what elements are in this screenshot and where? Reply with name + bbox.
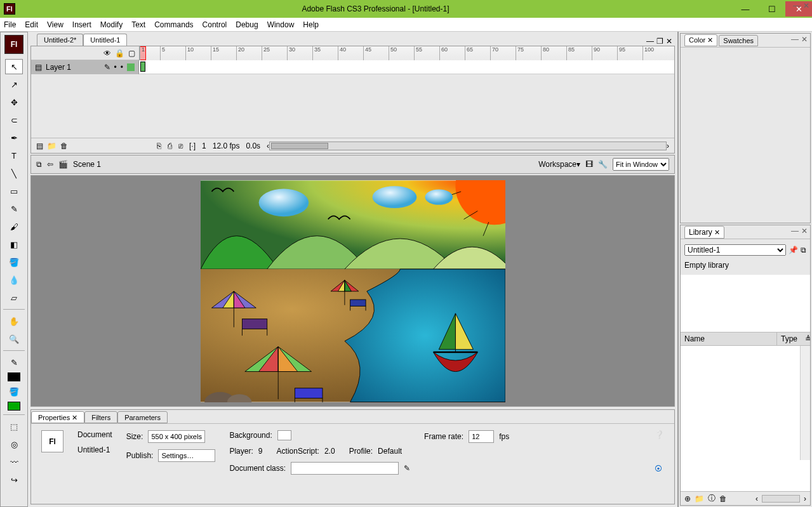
properties-button[interactable]: ⓘ	[708, 493, 715, 504]
paint-bucket-tool[interactable]: 🪣	[5, 254, 23, 270]
hand-tool[interactable]: ✋	[5, 313, 23, 329]
menu-commands[interactable]: Commands	[154, 20, 193, 29]
edit-class-button[interactable]: ✎	[404, 464, 410, 473]
maximize-button[interactable]: ☐	[759, 1, 785, 16]
pin-button[interactable]: 📌	[789, 246, 798, 254]
document-tab[interactable]: Untitled-1	[83, 34, 127, 46]
background-swatch[interactable]	[277, 430, 291, 440]
zoom-tool[interactable]: 🔍	[5, 331, 23, 346]
document-tab[interactable]: Untitled-2*	[37, 34, 83, 46]
doc-restore-button[interactable]: ❐	[656, 37, 663, 46]
new-folder-button[interactable]: 📁	[47, 142, 57, 150]
new-layer-button[interactable]: ▤	[36, 142, 43, 150]
library-col-name[interactable]: Name	[681, 333, 777, 345]
accessibility-button[interactable]: ⦿	[655, 464, 664, 473]
menu-file[interactable]: File	[4, 20, 16, 29]
menu-modify[interactable]: Modify	[100, 20, 123, 29]
edit-scene-button[interactable]: 🎞	[585, 160, 593, 169]
menu-help[interactable]: Help	[303, 20, 319, 29]
free-transform-tool[interactable]: ✥	[5, 95, 23, 110]
panel-close-button[interactable]: ✕	[801, 227, 808, 235]
panel-collapse-button[interactable]: —	[791, 227, 799, 235]
size-button[interactable]	[148, 430, 205, 443]
panel-close-button[interactable]: ✕	[801, 35, 808, 44]
pen-tool[interactable]: ✒	[5, 130, 23, 145]
timeline-scrollbar[interactable]	[269, 142, 667, 150]
panel-tab-swatches[interactable]: Swatches	[719, 35, 758, 46]
lasso-tool[interactable]: ⊂	[5, 112, 23, 128]
delete-layer-button[interactable]: 🗑	[60, 142, 68, 150]
lock-icon[interactable]: 🔒	[115, 49, 124, 58]
frame-strip[interactable]	[139, 60, 674, 74]
menu-debug[interactable]: Debug	[236, 20, 258, 29]
lib-scroll-right[interactable]: ›	[804, 494, 806, 503]
doc-minimize-button[interactable]: —	[646, 37, 654, 46]
new-library-button[interactable]: ⧉	[801, 246, 806, 254]
library-tab[interactable]: Library ✕	[684, 226, 724, 239]
modify-onion-markers-button[interactable]: [·]	[189, 142, 196, 150]
delete-button[interactable]: 🗑	[719, 494, 727, 503]
panel-tab-color[interactable]: Color ✕	[684, 34, 717, 46]
fill-color-tool[interactable]: 🪣	[5, 384, 23, 399]
help-button[interactable]: ❔	[655, 430, 664, 439]
minimize-button[interactable]: —	[732, 1, 759, 16]
line-tool[interactable]: ╲	[5, 166, 23, 181]
menu-window[interactable]: Window	[267, 20, 295, 29]
onion-skin-button[interactable]: ⎘	[157, 142, 161, 150]
menu-text[interactable]: Text	[131, 20, 145, 29]
panel-close-button[interactable]: ✕	[803, 1, 809, 10]
publish-settings-button[interactable]	[158, 449, 215, 462]
fill-swatch[interactable]	[8, 402, 20, 411]
library-col-type[interactable]: Type	[777, 333, 801, 345]
scene-name[interactable]: Scene 1	[73, 160, 101, 169]
lib-hscrollbar[interactable]	[762, 495, 800, 503]
keyframe[interactable]	[140, 62, 145, 72]
subselection-tool[interactable]: ↗	[5, 77, 23, 92]
library-scrollbar[interactable]	[800, 346, 810, 460]
stroke-swatch[interactable]	[8, 372, 20, 381]
new-symbol-button[interactable]: ⊕	[684, 494, 691, 503]
pencil-tool[interactable]: ✎	[5, 201, 23, 216]
ink-bottle-tool[interactable]: ◧	[5, 237, 23, 252]
eyedropper-tool[interactable]: 💧	[5, 272, 23, 287]
lib-scroll-left[interactable]: ‹	[755, 494, 758, 503]
properties-tab-parameters[interactable]: Parameters	[117, 411, 168, 423]
option-smooth[interactable]: 〰	[5, 454, 23, 470]
stage[interactable]	[201, 180, 505, 402]
brush-tool[interactable]: 🖌	[5, 219, 23, 234]
zoom-select[interactable]: Fit in Window	[613, 158, 669, 171]
document-class-input[interactable]	[291, 462, 399, 475]
menu-edit[interactable]: Edit	[25, 20, 38, 29]
menu-insert[interactable]: Insert	[72, 20, 91, 29]
panel-collapse-button[interactable]: —	[791, 35, 799, 44]
onion-skin-outlines-button[interactable]: ⎙	[168, 142, 172, 150]
layer-color-swatch[interactable]	[127, 63, 135, 71]
scroll-right-button[interactable]: ›	[667, 142, 669, 150]
option-straighten[interactable]: ↪	[5, 472, 23, 487]
workspace-switcher[interactable]: Workspace▾	[538, 160, 580, 169]
new-folder-button[interactable]: 📁	[695, 494, 704, 503]
option-snap[interactable]: ◎	[5, 437, 23, 452]
layer-row[interactable]: ▤ Layer 1 ✎ ••	[31, 60, 139, 74]
panel-minimize-button[interactable]: —	[793, 1, 801, 10]
properties-tab-filters[interactable]: Filters	[84, 411, 117, 423]
stroke-color-tool[interactable]: ✎	[5, 355, 23, 370]
option-swap[interactable]: ⬚	[5, 419, 23, 434]
text-tool[interactable]: T	[5, 148, 23, 163]
edit-symbols-button[interactable]: 🔧	[598, 160, 608, 169]
edit-bar-icon[interactable]: ⧉	[36, 160, 42, 169]
layer-name[interactable]: Layer 1	[46, 63, 71, 72]
edit-multiple-frames-button[interactable]: ⎚	[178, 142, 183, 150]
outline-icon[interactable]: ▢	[128, 49, 135, 58]
timeline-ruler[interactable]: 1510152025303540455055606570758085909510…	[139, 46, 674, 60]
selection-tool[interactable]: ↖	[5, 59, 23, 74]
back-button[interactable]: ⇦	[47, 160, 53, 169]
menu-control[interactable]: Control	[203, 20, 227, 29]
rectangle-tool[interactable]: ▭	[5, 183, 23, 199]
menu-view[interactable]: View	[47, 20, 63, 29]
doc-close-button[interactable]: ✕	[666, 37, 672, 46]
stage-viewport[interactable]	[30, 175, 675, 407]
properties-tab-properties[interactable]: Properties ✕	[31, 411, 84, 423]
show-hide-icon[interactable]: 👁	[103, 49, 111, 58]
eraser-tool[interactable]: ▱	[5, 290, 23, 305]
